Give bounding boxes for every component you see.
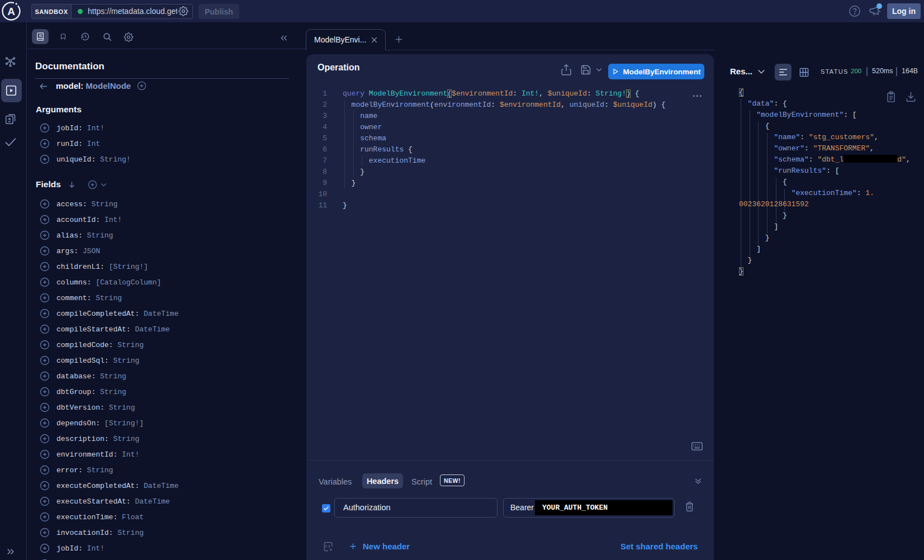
svg-text:A: A (7, 6, 15, 17)
